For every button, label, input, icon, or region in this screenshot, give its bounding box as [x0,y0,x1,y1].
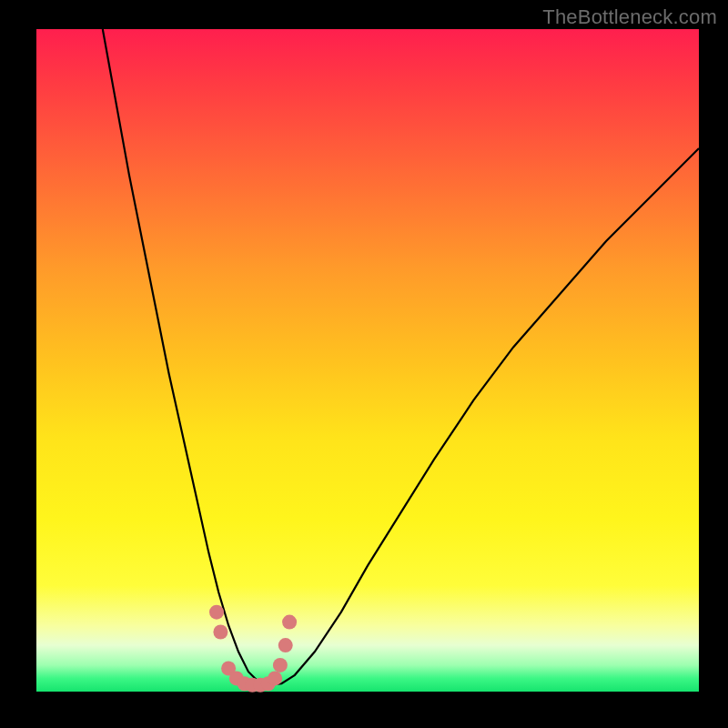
highlight-dot [209,605,224,620]
chart-frame: TheBottleneck.com [0,0,728,728]
curve-svg [36,29,699,692]
highlight-dots [209,605,297,693]
bottleneck-curve [103,29,699,685]
highlight-dot [278,638,293,652]
highlight-dot [273,658,288,672]
highlight-dot [268,671,282,685]
plot-area [36,29,699,692]
watermark-text: TheBottleneck.com [542,5,717,29]
highlight-dot [213,624,228,639]
highlight-dot [282,615,297,630]
